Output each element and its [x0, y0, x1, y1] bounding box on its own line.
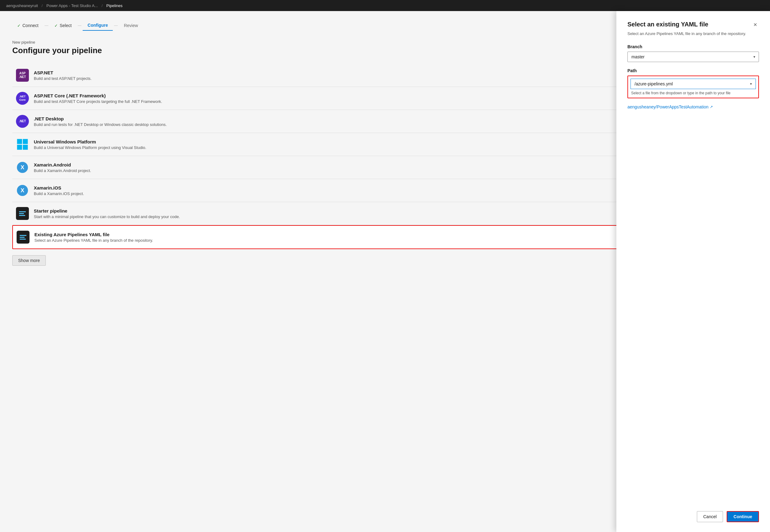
- path-chevron-icon[interactable]: ▾: [746, 79, 756, 88]
- continue-button[interactable]: Continue: [727, 511, 759, 522]
- wizard-step-connect-label: Connect: [22, 23, 38, 28]
- external-link-icon: ↗: [710, 105, 713, 109]
- repo-link[interactable]: aengusheaney/PowerAppsTestAutomation ↗: [627, 104, 759, 109]
- uwp-icon: [16, 138, 29, 151]
- branch-field: Branch master main develop ▾: [627, 44, 759, 62]
- svg-rect-0: [17, 139, 22, 144]
- path-input[interactable]: [631, 79, 746, 89]
- existing-yaml-title: Existing Azure Pipelines YAML file: [34, 232, 153, 237]
- check-icon-select: ✓: [54, 23, 58, 28]
- show-more-button[interactable]: Show more: [12, 255, 46, 266]
- xamarin-android-icon: X: [16, 161, 29, 174]
- xamarin-ios-icon: X: [16, 184, 29, 197]
- top-navigation: aengusheaneyruit / Power Apps - Test Stu…: [0, 0, 770, 11]
- modal-footer: Cancel Continue: [627, 505, 759, 522]
- modal-title: Select an existing YAML file: [627, 21, 708, 28]
- breadcrumb-org[interactable]: Power Apps - Test Studio A...: [46, 3, 98, 8]
- net-desktop-desc: Build and run tests for .NET Desktop or …: [34, 122, 167, 127]
- uwp-title: Universal Windows Platform: [34, 139, 146, 144]
- repo-link-text: aengusheaney/PowerAppsTestAutomation: [627, 104, 709, 109]
- xamarin-ios-text: Xamarin.iOS Build a Xamarin.iOS project.: [34, 185, 84, 196]
- existing-yaml-icon: [17, 231, 29, 244]
- wizard-sep-1: —: [43, 23, 49, 28]
- breadcrumb-pipelines[interactable]: Pipelines: [106, 3, 123, 8]
- wizard-step-review-label: Review: [124, 23, 138, 28]
- path-field: Path ▾ Select a file from the dropdown o…: [627, 68, 759, 98]
- xamarin-android-title: Xamarin.Android: [34, 162, 91, 167]
- wizard-step-configure[interactable]: Configure: [83, 20, 113, 31]
- cancel-button[interactable]: Cancel: [697, 511, 723, 522]
- svg-rect-1: [23, 139, 28, 144]
- existing-yaml-text: Existing Azure Pipelines YAML file Selec…: [34, 232, 153, 243]
- net-desktop-title: .NET Desktop: [34, 116, 167, 121]
- breadcrumb-sep-1: /: [41, 3, 43, 8]
- svg-text:X: X: [21, 164, 24, 170]
- branch-label: Branch: [627, 44, 759, 49]
- xamarin-android-desc: Build a Xamarin.Android project.: [34, 168, 91, 173]
- breadcrumb-user[interactable]: aengusheaneyruit: [6, 3, 38, 8]
- aspnet-core-desc: Build and test ASP.NET Core projects tar…: [34, 99, 162, 104]
- aspnet-icon: ASP.NET: [16, 69, 29, 82]
- wizard-step-connect[interactable]: ✓ Connect: [12, 21, 43, 30]
- modal-header: Select an existing YAML file ×: [627, 21, 759, 28]
- svg-text:X: X: [21, 187, 24, 194]
- aspnet-desc: Build and test ASP.NET projects.: [34, 76, 92, 81]
- svg-rect-3: [23, 145, 28, 150]
- aspnet-text: ASP.NET Build and test ASP.NET projects.: [34, 70, 92, 81]
- starter-text: Starter pipeline Start with a minimal pi…: [34, 208, 180, 219]
- uwp-desc: Build a Universal Windows Platform proje…: [34, 145, 146, 150]
- branch-select-wrapper: master main develop ▾: [627, 52, 759, 62]
- starter-desc: Start with a minimal pipeline that you c…: [34, 214, 180, 219]
- path-input-row: ▾: [631, 79, 756, 89]
- wizard-step-review[interactable]: Review: [119, 21, 143, 30]
- wizard-step-select-label: Select: [60, 23, 72, 28]
- aspnet-core-icon: .NETCore: [16, 92, 29, 105]
- net-desktop-icon: .NET: [16, 115, 29, 128]
- modal-subtitle: Select an Azure Pipelines YAML file in a…: [627, 31, 759, 37]
- path-label: Path: [627, 68, 759, 73]
- path-field-wrapper: ▾ Select a file from the dropdown or typ…: [627, 76, 759, 98]
- xamarin-ios-desc: Build a Xamarin.iOS project.: [34, 191, 84, 196]
- yaml-modal: Select an existing YAML file × Select an…: [616, 11, 770, 532]
- path-hint: Select a file from the dropdown or type …: [631, 91, 756, 95]
- uwp-text: Universal Windows Platform Build a Unive…: [34, 139, 146, 150]
- net-desktop-text: .NET Desktop Build and run tests for .NE…: [34, 116, 167, 127]
- xamarin-android-text: Xamarin.Android Build a Xamarin.Android …: [34, 162, 91, 173]
- wizard-step-configure-label: Configure: [88, 23, 108, 28]
- wizard-sep-3: —: [113, 23, 119, 28]
- aspnet-core-text: ASP.NET Core (.NET Framework) Build and …: [34, 93, 162, 104]
- svg-rect-2: [17, 145, 22, 150]
- branch-select[interactable]: master main develop: [627, 52, 759, 62]
- aspnet-core-title: ASP.NET Core (.NET Framework): [34, 93, 162, 98]
- check-icon-connect: ✓: [17, 23, 21, 28]
- breadcrumb-sep-2: /: [101, 3, 103, 8]
- modal-close-button[interactable]: ×: [752, 21, 759, 28]
- aspnet-title: ASP.NET: [34, 70, 92, 75]
- starter-title: Starter pipeline: [34, 208, 180, 213]
- wizard-step-select[interactable]: ✓ Select: [49, 21, 76, 30]
- existing-yaml-desc: Select an Azure Pipelines YAML file in a…: [34, 238, 153, 243]
- starter-icon: [16, 207, 29, 220]
- xamarin-ios-title: Xamarin.iOS: [34, 185, 84, 190]
- wizard-sep-2: —: [76, 23, 83, 28]
